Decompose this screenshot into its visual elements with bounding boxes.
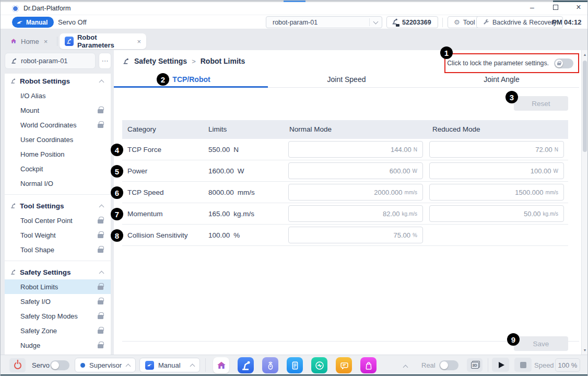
sidebar-item-io-alias[interactable]: I/O Alias <box>5 88 111 103</box>
sidebar-item-world-coordinates[interactable]: World Coordinates <box>5 118 111 132</box>
row-limit: 100.00% <box>208 231 240 239</box>
status-bar: Servo Supervisor Manual <box>1 355 587 374</box>
dock-remote-pendant-icon[interactable] <box>262 357 278 373</box>
dock-store-icon[interactable] <box>360 357 377 373</box>
play-icon <box>499 362 504 368</box>
backdrive-recovery-button[interactable]: Backdrive & Recovery <box>476 16 563 28</box>
breadcrumb-parent[interactable]: Safety Settings <box>134 57 187 65</box>
sidebar-item-normal-io[interactable]: Normal I/O <box>5 176 111 191</box>
chevron-up-icon <box>190 363 195 369</box>
sidebar-item-nudge[interactable]: Nudge <box>5 338 111 352</box>
normal-mode-input[interactable]: 2000.000mm/s <box>288 184 423 201</box>
dock-monitoring-icon[interactable] <box>311 357 327 373</box>
sidebar-item-safety-zone[interactable]: Safety Zone <box>5 323 111 338</box>
servo-toggle[interactable] <box>50 360 69 370</box>
real-toggle[interactable] <box>439 360 458 370</box>
item-label: Safety Stop Modes <box>20 312 98 320</box>
mode-label: Manual <box>26 19 48 26</box>
dock-home-icon[interactable] <box>213 357 229 373</box>
dock-task-document-icon[interactable] <box>287 357 303 373</box>
robot-lock-icon <box>391 18 398 27</box>
annotation-badge-5: 5 <box>111 165 123 178</box>
normal-mode-input[interactable]: 144.00N <box>288 141 423 158</box>
sidebar-item-safety-stop-modes[interactable]: Safety Stop Modes <box>5 309 111 323</box>
tab-home[interactable]: Home × <box>5 33 55 49</box>
content-scrollbar[interactable]: ▲ ▼ <box>581 50 588 355</box>
role-value: Supervisor <box>89 361 122 369</box>
save-button[interactable]: Save <box>514 336 568 351</box>
dock-collapse-icon[interactable] <box>403 365 408 370</box>
sidebar-param-header[interactable]: robot-param-01 <box>5 53 96 69</box>
tool-label: Tool <box>463 19 475 26</box>
sidebar-item-tool-center-point[interactable]: Tool Center Point <box>5 213 111 228</box>
sidebar-section-tool-settings[interactable]: Tool Settings <box>5 198 111 213</box>
speed-value-button[interactable]: 100 % <box>555 358 580 372</box>
sidebar-item-home-position[interactable]: Home Position <box>5 147 111 161</box>
power-button[interactable] <box>9 358 26 372</box>
tab-home-label: Home <box>21 38 39 45</box>
minimize-button[interactable]: – <box>524 1 540 14</box>
reset-label: Reset <box>532 100 550 108</box>
section-title: Safety Settings <box>20 268 100 276</box>
3d-view-button[interactable]: 3D <box>467 358 483 372</box>
close-button[interactable]: × <box>571 1 586 14</box>
item-label: Robot Limits <box>20 283 98 291</box>
tab-tcp-robot[interactable]: TCP/Robot <box>114 72 269 87</box>
serial-number: 52203369 <box>402 19 431 26</box>
param-select[interactable]: robot-param-01 <box>266 16 382 28</box>
col-normal-mode: Normal Mode <box>289 125 332 133</box>
parameter-lock-toggle[interactable] <box>554 58 573 68</box>
reduced-mode-input[interactable]: 100.00W <box>429 162 564 179</box>
tab-robot-parameters-label: Robot Parameters <box>77 33 132 49</box>
dock-robot-parameters-icon[interactable] <box>238 357 254 373</box>
role-select[interactable]: Supervisor <box>75 358 136 372</box>
sidebar-item-tool-weight[interactable]: Tool Weight <box>5 228 111 242</box>
tab-robot-parameters-close-icon[interactable]: × <box>137 38 141 45</box>
dock-message-log-icon[interactable] <box>336 357 352 373</box>
scroll-up-icon[interactable]: ▲ <box>582 53 588 56</box>
sidebar-item-safety-io[interactable]: Safety I/O <box>5 294 111 309</box>
robot-serial-badge[interactable]: 52203369 <box>386 16 438 28</box>
reduced-mode-input[interactable]: 72.00N <box>429 141 564 158</box>
mode-manual-button[interactable]: Manual <box>12 17 54 28</box>
sidebar-item-cockpit[interactable]: Cockpit <box>5 161 111 176</box>
row-category: Collision Sensitivity <box>127 231 188 239</box>
reset-button[interactable]: Reset <box>514 96 568 111</box>
scrollbar-thumb[interactable] <box>583 61 587 152</box>
tab-robot-parameters[interactable]: Robot Parameters × <box>60 33 146 49</box>
sidebar-section-robot-settings[interactable]: Robot Settings <box>5 74 111 88</box>
reduced-mode-input[interactable]: 50.00kg.m/s <box>429 205 564 222</box>
sidebar-item-robot-limits[interactable]: Robot Limits <box>5 279 111 294</box>
row-limit: 165.00kg.m/s <box>208 210 254 218</box>
tab-joint-speed[interactable]: Joint Speed <box>269 72 424 87</box>
item-label: Tool Weight <box>20 231 98 239</box>
normal-mode-input[interactable]: 600.00W <box>288 162 423 179</box>
app-window: Dr.Dart-Platform – × Manual Servo Off ro… <box>0 0 588 376</box>
toggle-knob <box>51 361 59 369</box>
minimize-icon: – <box>530 3 534 11</box>
reduced-mode-input[interactable]: 1500.000mm/s <box>429 184 564 201</box>
sidebar-section-safety-settings[interactable]: Safety Settings <box>5 265 111 279</box>
wrench-icon <box>483 19 489 26</box>
play-button[interactable] <box>492 358 509 372</box>
sidebar-item-user-coordinates[interactable]: User Coordinates <box>5 132 111 147</box>
row-limit: 1600.00W <box>208 167 244 175</box>
item-label: Cockpit <box>20 165 103 173</box>
sidebar-more-button[interactable]: ⋯ <box>99 53 111 69</box>
stop-button[interactable] <box>514 358 532 372</box>
sidebar-item-mount[interactable]: Mount <box>5 103 111 118</box>
maximize-button[interactable] <box>548 1 563 14</box>
sidebar-item-tool-shape[interactable]: Tool Shape <box>5 242 111 257</box>
section-divider <box>5 191 111 195</box>
real-label: Real <box>421 361 436 369</box>
col-category: Category <box>127 125 156 133</box>
servo-label: Servo <box>32 361 50 369</box>
scroll-down-icon[interactable]: ▼ <box>582 348 588 352</box>
chevron-up-icon <box>99 271 104 276</box>
operation-mode-select[interactable]: Manual <box>139 358 200 372</box>
normal-mode-input[interactable]: 82.00kg.m/s <box>288 205 423 222</box>
tab-home-close-icon[interactable]: × <box>44 38 48 45</box>
limits-tab-strip: TCP/Robot Joint Speed Joint Angle <box>114 72 579 88</box>
tab-joint-angle[interactable]: Joint Angle <box>424 72 579 87</box>
normal-mode-input[interactable]: 75.00% <box>288 227 423 243</box>
